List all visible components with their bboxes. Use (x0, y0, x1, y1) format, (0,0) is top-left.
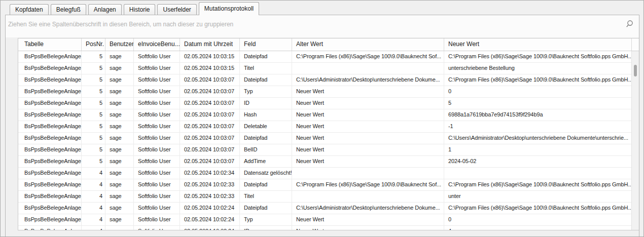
cell-tabelle[interactable]: BsPpsBeBelegeAnlagen (18, 86, 82, 97)
cell-tabelle[interactable]: BsPpsBeBelegeAnlagen (18, 179, 82, 190)
cell-alter_wert[interactable]: Neuer Wert (292, 144, 444, 155)
cell-benutzer[interactable]: sage (105, 191, 134, 202)
cell-tabelle[interactable]: BsPpsBeBelegeAnlagen (18, 74, 82, 86)
cell-datum_mit_uhrzeit[interactable]: 02.05.2024 10:02:24 (180, 226, 240, 230)
cell-posnr[interactable]: 5 (82, 121, 105, 132)
cell-neuer_wert[interactable]: C:\Users\Administrator\Desktop\unterschr… (444, 133, 631, 144)
tab-kopfdaten[interactable]: Kopfdaten (10, 4, 49, 15)
cell-einvoicebenutzer[interactable]: Softfolio User (134, 144, 180, 155)
column-header-benutzer[interactable]: Benutzer (105, 38, 134, 51)
cell-einvoicebenutzer[interactable]: Softfolio User (134, 168, 180, 179)
cell-benutzer[interactable]: sage (105, 98, 134, 109)
tab-historie[interactable]: Historie (124, 4, 156, 15)
cell-posnr[interactable]: 5 (82, 156, 105, 167)
cell-datum_mit_uhrzeit[interactable]: 02.05.2024 10:03:07 (180, 109, 240, 121)
table-row[interactable]: BsPpsBeBelegeAnlagen4sageSoftfolio User0… (18, 191, 631, 203)
cell-alter_wert[interactable]: C:\Program Files (x86)\Sage\Sage 100\9.0… (292, 179, 444, 190)
cell-posnr[interactable]: 4 (82, 226, 105, 230)
cell-feld[interactable]: ID (240, 226, 292, 230)
cell-alter_wert[interactable]: Neuer Wert (292, 121, 444, 132)
cell-neuer_wert[interactable]: -1 (444, 121, 631, 132)
cell-tabelle[interactable]: BsPpsBeBelegeAnlagen (18, 168, 82, 179)
cell-tabelle[interactable]: BsPpsBeBelegeAnlagen (18, 203, 82, 214)
cell-einvoicebenutzer[interactable]: Softfolio User (134, 74, 180, 86)
cell-alter_wert[interactable] (292, 63, 444, 74)
cell-einvoicebenutzer[interactable]: Softfolio User (134, 109, 180, 121)
cell-einvoicebenutzer[interactable]: Softfolio User (134, 63, 180, 74)
cell-feld[interactable]: Dateipfad (240, 51, 292, 62)
table-row[interactable]: BsPpsBeBelegeAnlagen4sageSoftfolio User0… (18, 214, 631, 226)
table-row[interactable]: BsPpsBeBelegeAnlagen5sageSoftfolio User0… (18, 156, 631, 168)
group-by-panel[interactable]: Ziehen Sie eine Spaltenüberschrift in di… (6, 15, 639, 37)
tab-belegfu-[interactable]: Belegfuß (51, 4, 86, 15)
cell-alter_wert[interactable]: C:\Program Files (x86)\Sage\Sage 100\9.0… (292, 51, 444, 62)
cell-feld[interactable]: ID (240, 98, 292, 109)
tab-anlagen[interactable]: Anlagen (88, 4, 122, 15)
cell-benutzer[interactable]: sage (105, 86, 134, 97)
cell-tabelle[interactable]: BsPpsBeBelegeAnlagen (18, 133, 82, 144)
cell-tabelle[interactable]: BsPpsBeBelegeAnlagen (18, 63, 82, 74)
cell-benutzer[interactable]: sage (105, 214, 134, 225)
cell-alter_wert[interactable]: Neuer Wert (292, 133, 444, 144)
cell-posnr[interactable]: 5 (82, 74, 105, 86)
table-row[interactable]: BsPpsBeBelegeAnlagen5sageSoftfolio User0… (18, 86, 631, 98)
cell-tabelle[interactable]: BsPpsBeBelegeAnlagen (18, 226, 82, 230)
cell-benutzer[interactable]: sage (105, 179, 134, 190)
table-row[interactable]: BsPpsBeBelegeAnlagen5sageSoftfolio User0… (18, 109, 631, 121)
cell-alter_wert[interactable]: Neuer Wert (292, 156, 444, 167)
cell-alter_wert[interactable]: Neuer Wert (292, 86, 444, 97)
cell-benutzer[interactable]: sage (105, 63, 134, 74)
cell-einvoicebenutzer[interactable]: Softfolio User (134, 191, 180, 202)
cell-feld[interactable]: Dateipfad (240, 203, 292, 214)
cell-datum_mit_uhrzeit[interactable]: 02.05.2024 10:03:07 (180, 156, 240, 167)
cell-datum_mit_uhrzeit[interactable]: 02.05.2024 10:02:33 (180, 179, 240, 190)
column-header-datum_mit_uhrzeit[interactable]: Datum mit Uhrzeit (180, 38, 240, 51)
cell-alter_wert[interactable]: Neuer Wert (292, 226, 444, 230)
cell-neuer_wert[interactable]: 6988a1a7619bba7e9d74153f9f294b9a (444, 109, 631, 121)
cell-einvoicebenutzer[interactable]: Softfolio User (134, 86, 180, 97)
cell-tabelle[interactable]: BsPpsBeBelegeAnlagen (18, 121, 82, 132)
cell-feld[interactable]: Dateipfad (240, 179, 292, 190)
cell-datum_mit_uhrzeit[interactable]: 02.05.2024 10:02:34 (180, 168, 240, 179)
tab-userfelder[interactable]: Userfelder (157, 4, 196, 15)
search-icon[interactable] (625, 20, 634, 28)
cell-tabelle[interactable]: BsPpsBeBelegeAnlagen (18, 98, 82, 109)
vertical-scrollbar[interactable] (631, 51, 639, 230)
cell-datum_mit_uhrzeit[interactable]: 02.05.2024 10:03:15 (180, 51, 240, 62)
cell-datum_mit_uhrzeit[interactable]: 02.05.2024 10:02:33 (180, 191, 240, 202)
cell-datum_mit_uhrzeit[interactable]: 02.05.2024 10:02:24 (180, 203, 240, 214)
cell-datum_mit_uhrzeit[interactable]: 02.05.2024 10:03:07 (180, 74, 240, 86)
cell-alter_wert[interactable]: Neuer Wert (292, 98, 444, 109)
cell-feld[interactable]: Hash (240, 109, 292, 121)
cell-posnr[interactable]: 5 (82, 86, 105, 97)
cell-posnr[interactable]: 4 (82, 168, 105, 179)
cell-feld[interactable]: Titel (240, 191, 292, 202)
table-row[interactable]: BsPpsBeBelegeAnlagen5sageSoftfolio User0… (18, 98, 631, 109)
cell-tabelle[interactable]: BsPpsBeBelegeAnlagen (18, 214, 82, 225)
cell-tabelle[interactable]: BsPpsBeBelegeAnlagen (18, 51, 82, 62)
cell-tabelle[interactable]: BsPpsBeBelegeAnlagen (18, 156, 82, 167)
cell-alter_wert[interactable] (292, 168, 444, 179)
cell-einvoicebenutzer[interactable]: Softfolio User (134, 51, 180, 62)
table-row[interactable]: BsPpsBeBelegeAnlagen4sageSoftfolio User0… (18, 168, 631, 179)
cell-einvoicebenutzer[interactable]: Softfolio User (134, 214, 180, 225)
tab-mutationsprotokoll[interactable]: Mutationsprotokoll (199, 2, 259, 15)
column-header-alter_wert[interactable]: Alter Wert (292, 38, 444, 51)
cell-benutzer[interactable]: sage (105, 226, 134, 230)
cell-posnr[interactable]: 5 (82, 144, 105, 155)
cell-posnr[interactable]: 5 (82, 63, 105, 74)
cell-alter_wert[interactable]: C:\Users\Administrator\Desktop\unterschr… (292, 203, 444, 214)
cell-einvoicebenutzer[interactable]: Softfolio User (134, 156, 180, 167)
cell-posnr[interactable]: 4 (82, 191, 105, 202)
cell-neuer_wert[interactable]: C:\Program Files (x86)\Sage\Sage 100\9.0… (444, 203, 631, 214)
cell-neuer_wert[interactable]: 2024-05-02 (444, 156, 631, 167)
cell-tabelle[interactable]: BsPpsBeBelegeAnlagen (18, 109, 82, 121)
cell-posnr[interactable]: 5 (82, 98, 105, 109)
cell-neuer_wert[interactable]: C:\Program Files (x86)\Sage\Sage 100\9.0… (444, 179, 631, 190)
cell-posnr[interactable]: 4 (82, 203, 105, 214)
cell-benutzer[interactable]: sage (105, 133, 134, 144)
table-row[interactable]: BsPpsBeBelegeAnlagen5sageSoftfolio User0… (18, 133, 631, 144)
cell-einvoicebenutzer[interactable]: Softfolio User (134, 203, 180, 214)
scrollbar-thumb[interactable] (634, 65, 637, 76)
cell-posnr[interactable]: 4 (82, 179, 105, 190)
